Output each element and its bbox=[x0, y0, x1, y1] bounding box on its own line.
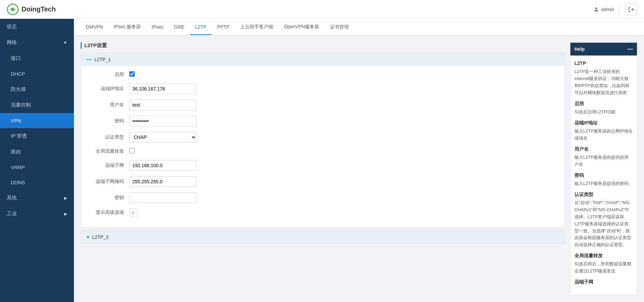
help-title: Help bbox=[574, 46, 585, 52]
industrial-arrow-icon: ▶ bbox=[64, 212, 67, 216]
help-remote-subnet-title: 远端子网 bbox=[574, 278, 633, 286]
username-row: 用户名 bbox=[89, 100, 556, 110]
remote-subnet-mask-row: 远端子网掩码 bbox=[89, 176, 556, 187]
sidebar-item-traffic[interactable]: 流量控制 bbox=[0, 97, 74, 113]
help-remote-ip-text: 输入L2TP服务器的公网IP地址或域名 bbox=[574, 128, 633, 142]
sidebar-item-network[interactable]: 网络 ▼ bbox=[0, 35, 74, 50]
header: DoingTech admin bbox=[0, 0, 644, 19]
tab-pptp[interactable]: PPTP bbox=[212, 20, 235, 35]
help-l2tp-text: L2TP是一种工业标准的Internet隧道协议，功能大致和PPTP协议类似，比… bbox=[574, 68, 633, 96]
auth-type-select[interactable]: 自动 PAP CHAP MS-CHAPv1 MS-CHAPv2 bbox=[129, 132, 197, 143]
l2tp2-expand-icon: + bbox=[86, 234, 89, 240]
svg-point-1 bbox=[11, 8, 14, 11]
sidebar-item-ip-tunnel[interactable]: IP 穿透 bbox=[0, 128, 74, 144]
key-label: 密钥 bbox=[89, 195, 129, 201]
l2tp1-name: L2TP_1 bbox=[94, 57, 111, 62]
username-input[interactable] bbox=[129, 100, 197, 110]
global-forward-row: 全局流量转发 bbox=[89, 148, 556, 155]
help-enable-title: 启用 bbox=[574, 100, 633, 107]
global-forward-label: 全局流量转发 bbox=[89, 148, 129, 154]
user-info: admin bbox=[593, 6, 614, 12]
remote-subnet-mask-value bbox=[129, 176, 556, 187]
enable-value bbox=[129, 71, 556, 78]
l2tp1-collapse-icon: — bbox=[86, 56, 92, 63]
tab-dmvpn[interactable]: DMVPN bbox=[81, 20, 109, 35]
password-label: 密码 bbox=[89, 118, 129, 124]
key-input[interactable] bbox=[129, 192, 197, 203]
sidebar-item-dhcp[interactable]: DHCP bbox=[0, 66, 74, 81]
tab-l2tp[interactable]: L2TP bbox=[190, 20, 212, 35]
header-divider bbox=[619, 4, 620, 14]
remote-ip-label: 远端IP地址 bbox=[89, 86, 129, 92]
remote-subnet-row: 远端子网 bbox=[89, 160, 556, 171]
help-remote-ip-title: 远端IP地址 bbox=[574, 119, 633, 126]
help-auth-type-text: 从"自动","PAP","CHAP","MS-CHAPv1"和"MS-CHAPv… bbox=[574, 199, 633, 249]
enable-checkbox[interactable] bbox=[129, 71, 135, 77]
sidebar: 状态 网络 ▼ 接口 DHCP 防火墙 流量控制 VPN IP 穿透 路由 VR… bbox=[0, 19, 74, 302]
global-forward-value bbox=[129, 148, 556, 155]
l2tp2-name: L2TP_2 bbox=[92, 234, 109, 240]
enable-label: 启用 bbox=[89, 72, 129, 78]
help-password-title: 密码 bbox=[574, 172, 633, 179]
help-auth-type-title: 认证类型 bbox=[574, 191, 633, 198]
user-name: admin bbox=[601, 7, 614, 12]
header-right: admin bbox=[593, 3, 637, 15]
sidebar-item-status[interactable]: 状态 bbox=[0, 19, 74, 35]
help-l2tp-title: L2TP bbox=[574, 60, 633, 67]
global-forward-checkbox[interactable] bbox=[129, 148, 135, 153]
sidebar-item-interface[interactable]: 接口 bbox=[0, 50, 74, 66]
tab-ipsec[interactable]: IPsec bbox=[146, 20, 169, 35]
logout-button[interactable] bbox=[625, 3, 637, 15]
key-row: 密钥 bbox=[89, 192, 556, 203]
l2tp1-body: 启用 远端IP地址 bbox=[81, 66, 564, 227]
system-arrow-icon: ▶ bbox=[64, 196, 67, 200]
tab-openvpn[interactable]: OpenVPN服务器 bbox=[278, 19, 325, 35]
show-advanced-button[interactable]: ▷ bbox=[129, 209, 137, 217]
help-close-button[interactable]: — bbox=[628, 46, 633, 52]
logo-icon bbox=[7, 3, 19, 15]
l2tp2-accordion[interactable]: + L2TP_2 bbox=[81, 230, 565, 244]
sidebar-item-firewall[interactable]: 防火墙 bbox=[0, 81, 74, 97]
remote-ip-input[interactable] bbox=[129, 83, 197, 94]
section-title: L2TP设置 bbox=[81, 42, 565, 49]
enable-row: 启用 bbox=[89, 71, 556, 78]
logo: DoingTech bbox=[7, 3, 56, 15]
remote-subnet-mask-input[interactable] bbox=[129, 176, 197, 187]
logo-text: DoingTech bbox=[22, 5, 56, 13]
auth-type-row: 认证类型 自动 PAP CHAP MS-CHAPv1 MS-CHAPv2 bbox=[89, 132, 556, 143]
remote-subnet-label: 远端子网 bbox=[89, 162, 129, 168]
help-enable-text: 勾选后启用L2TP功能 bbox=[574, 109, 633, 116]
content-area: DMVPN IPsec 服务器 IPsec GRE L2TP PPTP 上云助手… bbox=[74, 19, 644, 302]
auth-type-label: 认证类型 bbox=[89, 134, 129, 140]
sidebar-item-industrial[interactable]: 工业 ▶ bbox=[0, 206, 74, 222]
show-advanced-value: ▷ bbox=[129, 209, 556, 217]
sidebar-item-system[interactable]: 系统 ▶ bbox=[0, 190, 74, 206]
tab-bar: DMVPN IPsec 服务器 IPsec GRE L2TP PPTP 上云助手… bbox=[74, 19, 644, 36]
password-input[interactable] bbox=[129, 116, 197, 126]
l2tp1-accordion: — L2TP_1 启用 远端IP地址 bbox=[81, 53, 565, 228]
show-advanced-row: 显示高级选项 ▷ bbox=[89, 209, 556, 217]
tab-ipsec-server[interactable]: IPsec 服务器 bbox=[109, 19, 146, 35]
logout-icon bbox=[628, 6, 634, 12]
help-global-forward-title: 全局流量转发 bbox=[574, 252, 633, 259]
tab-gre[interactable]: GRE bbox=[169, 20, 189, 35]
sidebar-item-vrrp[interactable]: VRRP bbox=[0, 160, 74, 175]
help-global-forward-text: 勾选启用后，所有数据流量都会通过L2TP隧道发送 bbox=[574, 261, 633, 275]
password-value bbox=[129, 116, 556, 126]
help-header: Help — bbox=[570, 43, 637, 55]
help-username-text: 输入L2TP服务器的提供的用户名 bbox=[574, 154, 633, 168]
help-content: L2TP L2TP是一种工业标准的Internet隧道协议，功能大致和PPTP协… bbox=[570, 55, 637, 291]
sidebar-item-vpn[interactable]: VPN bbox=[0, 113, 74, 128]
sidebar-item-route[interactable]: 路由 bbox=[0, 144, 74, 160]
tab-cert-management[interactable]: 证书管理 bbox=[325, 20, 354, 35]
remote-subnet-input[interactable] bbox=[129, 160, 197, 171]
sidebar-item-ddns[interactable]: DDNS bbox=[0, 175, 74, 190]
help-panel: Help — L2TP L2TP是一种工业标准的Internet隧道协议，功能大… bbox=[570, 42, 637, 295]
auth-type-value: 自动 PAP CHAP MS-CHAPv1 MS-CHAPv2 bbox=[129, 132, 556, 143]
l2tp1-header[interactable]: — L2TP_1 bbox=[81, 53, 564, 66]
password-row: 密码 bbox=[89, 116, 556, 126]
tab-cloud[interactable]: 上云助手客户端 bbox=[235, 19, 278, 35]
key-value bbox=[129, 192, 556, 203]
remote-subnet-mask-label: 远端子网掩码 bbox=[89, 179, 129, 185]
remote-subnet-value bbox=[129, 160, 556, 171]
